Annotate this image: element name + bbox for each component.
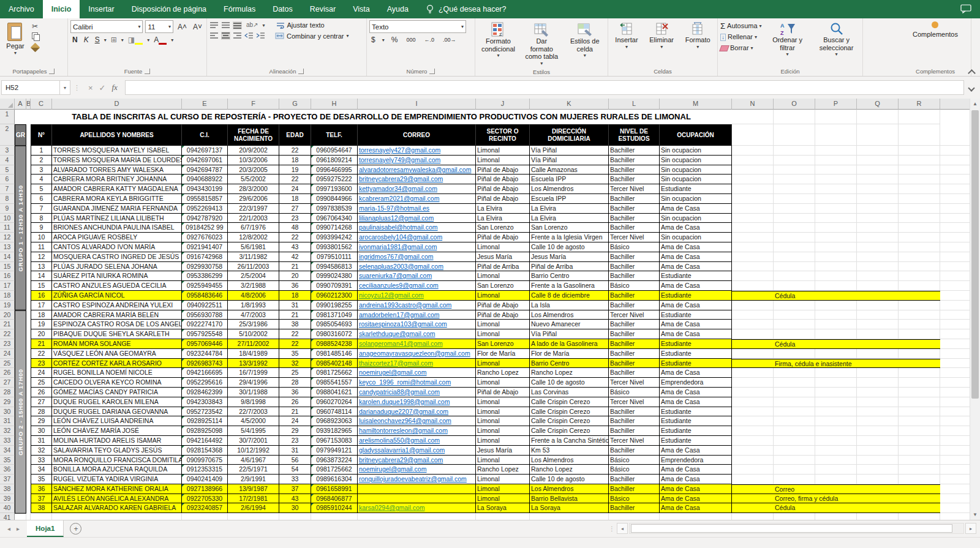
cell-nivel[interactable]: Tercer Nivel <box>609 184 660 194</box>
cell[interactable] <box>732 416 774 426</box>
cell-numero[interactable]: 19 <box>31 320 52 329</box>
cell[interactable] <box>815 301 857 310</box>
cell-nombre[interactable]: TORRES MOSQUERA NAYELY ISABEL <box>52 146 182 156</box>
cell[interactable] <box>815 397 857 407</box>
cell-ci[interactable]: 0942787920 <box>182 214 228 223</box>
cell[interactable] <box>815 513 857 520</box>
menu-tab-inicio[interactable]: Inicio <box>43 0 80 18</box>
cell[interactable] <box>732 310 774 320</box>
cell-ocupacion[interactable]: Estudiante <box>660 291 732 301</box>
cell-correo[interactable]: nicoyzu12@gmail.com <box>358 291 476 301</box>
cell-telefono[interactable]: 0979949121 <box>311 446 358 456</box>
font-family-select[interactable]: Calibri▾ <box>70 20 143 33</box>
cell-ci[interactable]: 0928925098 <box>182 426 228 436</box>
column-header-C[interactable]: C <box>31 99 52 110</box>
cell[interactable] <box>609 513 660 520</box>
cell[interactable] <box>899 407 940 417</box>
cell[interactable] <box>26 271 31 281</box>
cell-correo[interactable]: torresnayely749@gmail.com <box>358 156 476 165</box>
cell[interactable] <box>857 146 899 156</box>
row-header[interactable]: 36 <box>0 465 15 475</box>
cell-nivel[interactable]: Bachiller <box>609 214 660 223</box>
align-right-icon[interactable] <box>233 32 242 40</box>
cell-fecha[interactable]: 22/7/2003 <box>228 407 279 417</box>
cell-edad[interactable]: 38 <box>279 320 311 329</box>
row-header[interactable]: 2 <box>0 124 15 146</box>
cell-nivel[interactable]: Bachiller <box>609 291 660 301</box>
cell[interactable] <box>940 175 970 184</box>
cell-nivel[interactable]: Bachiller <box>609 252 660 262</box>
prev-sheet-button[interactable]: ◂ <box>7 525 10 532</box>
cell-edad[interactable]: 22 <box>279 339 311 349</box>
cell[interactable] <box>899 426 940 436</box>
cell-sector[interactable]: La Elvira <box>476 204 530 214</box>
cell-nivel[interactable]: Bachiller <box>609 329 660 339</box>
cell-nivel[interactable]: Bachiller <box>609 223 660 233</box>
collapse-ribbon-button[interactable] <box>969 67 975 73</box>
cell-edad[interactable]: 28 <box>279 378 311 388</box>
cell-ci[interactable]: 0942164492 <box>182 436 228 446</box>
cell[interactable] <box>774 416 815 426</box>
cell-sector[interactable]: Limonal <box>476 242 530 252</box>
cell-ci[interactable]: 0912353315 <box>182 465 228 475</box>
row-header[interactable]: 16 <box>0 271 15 281</box>
cell[interactable] <box>940 426 970 436</box>
cell[interactable] <box>26 223 31 233</box>
row-header[interactable]: 13 <box>0 242 15 252</box>
row-header[interactable]: 18 <box>0 291 15 301</box>
cell-numero[interactable]: 9 <box>31 223 52 233</box>
cell[interactable] <box>815 456 857 465</box>
cell-telefono[interactable]: 0961658991 <box>311 484 358 494</box>
cell[interactable] <box>899 271 940 281</box>
cell[interactable] <box>857 475 899 484</box>
cell[interactable] <box>26 184 31 194</box>
cell-fecha[interactable]: 22/5/1971 <box>228 465 279 475</box>
email-link[interactable]: karolen.duque1998@gmail.com <box>359 398 450 405</box>
cell-fecha[interactable]: 4/8/2006 <box>228 291 279 301</box>
cell[interactable] <box>815 110 857 124</box>
email-link[interactable]: nicoyzu12@gmail.com <box>359 291 424 299</box>
merge-center-button[interactable]: Combinar y centrar ▾ <box>275 32 349 40</box>
cell[interactable] <box>774 465 815 475</box>
cell-correo[interactable]: karolen.duque1998@gmail.com <box>358 397 476 407</box>
cell-nombre[interactable]: RUGEL BONILLA NOEMÍ NICOLE <box>52 368 182 378</box>
cell-numero[interactable]: 5 <box>31 184 52 194</box>
cell-numero[interactable]: 34 <box>31 465 52 475</box>
cell[interactable] <box>774 456 815 465</box>
column-header-R[interactable]: R <box>899 99 940 110</box>
cell-ci[interactable]: 0909970675 <box>182 456 228 465</box>
cell[interactable] <box>732 124 774 146</box>
cell[interactable] <box>899 329 940 339</box>
email-link[interactable]: hamiltontorresleon@gmail.com <box>359 427 448 434</box>
cell-ci[interactable]: 0940241409 <box>182 475 228 484</box>
row-header[interactable]: 19 <box>0 301 15 310</box>
cell[interactable] <box>940 184 970 194</box>
cell[interactable] <box>857 446 899 456</box>
cell-edad[interactable]: 30 <box>279 503 311 513</box>
cell[interactable] <box>815 291 857 301</box>
cell-nombre[interactable]: AMADOR CABRERA KATTY MAGDALENA <box>52 184 182 194</box>
cell[interactable] <box>899 184 940 194</box>
splitter-handle[interactable]: ⋮ <box>609 525 616 532</box>
cell-nivel[interactable]: Básico <box>609 281 660 291</box>
cell[interactable] <box>732 271 774 281</box>
cell[interactable] <box>815 484 857 494</box>
cell-correo[interactable]: paulinaisabel@hotmail.com <box>358 223 476 233</box>
cell[interactable] <box>26 291 31 301</box>
cell[interactable] <box>815 252 857 262</box>
cell-correo[interactable]: luisaleonchavez964@gmail.com <box>358 416 476 426</box>
cell[interactable] <box>815 194 857 204</box>
cell-nivel[interactable]: Bachiller <box>609 368 660 378</box>
cell-telefono[interactable]: 0960954647 <box>311 146 358 156</box>
clear-button[interactable]: Borrar▾ <box>720 43 762 53</box>
cell-correo[interactable]: gladyssalavarria1@gmail.com <box>358 446 476 456</box>
decrease-indent-icon[interactable] <box>244 32 254 40</box>
cell[interactable] <box>732 320 774 329</box>
cell-numero[interactable]: 1 <box>31 146 52 156</box>
row-header[interactable]: 39 <box>0 494 15 504</box>
row-header[interactable]: 14 <box>0 252 15 262</box>
row-header[interactable]: 5 <box>0 165 15 175</box>
cell-numero[interactable]: 12 <box>31 252 52 262</box>
cell[interactable] <box>857 465 899 475</box>
cell[interactable] <box>857 513 899 520</box>
